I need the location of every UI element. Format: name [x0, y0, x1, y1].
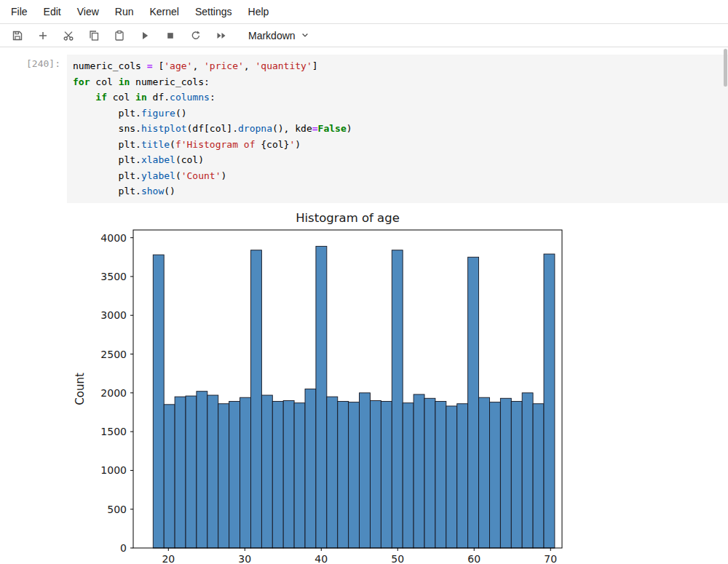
- svg-text:Count: Count: [74, 373, 87, 405]
- restart-run-all-button[interactable]: [210, 26, 232, 45]
- code-line: numeric_cols = ['age', 'price', 'quantit…: [73, 58, 722, 74]
- paste-icon: [114, 30, 125, 41]
- menubar: File Edit View Run Kernel Settings Help: [0, 0, 728, 24]
- cut-icon: [63, 30, 74, 41]
- menu-item-view[interactable]: View: [69, 6, 107, 17]
- svg-text:3500: 3500: [100, 270, 127, 282]
- code-line: sns.histplot(df[col].dropna(), kde=False…: [73, 121, 722, 137]
- notebook-toolbar: Markdown: [0, 24, 728, 47]
- scrollbar-track[interactable]: [723, 49, 728, 564]
- interrupt-kernel-button[interactable]: [159, 26, 181, 45]
- svg-text:50: 50: [391, 553, 404, 564]
- save-icon: [12, 30, 23, 41]
- svg-text:2000: 2000: [100, 386, 127, 398]
- copy-cells-button[interactable]: [83, 26, 104, 45]
- code-line: if col in df.columns:: [73, 90, 722, 106]
- menu-item-kernel[interactable]: Kernel: [141, 6, 186, 17]
- notebook-panel: [240]: numeric_cols = ['age', 'price', '…: [0, 47, 728, 564]
- scrollbar-thumb[interactable]: [724, 49, 727, 87]
- interrupt-kernel-icon: [165, 30, 176, 41]
- cut-cells-button[interactable]: [58, 26, 79, 45]
- restart-kernel-button[interactable]: [185, 26, 206, 45]
- svg-text:4000: 4000: [100, 231, 127, 243]
- insert-cell-icon: [37, 30, 49, 41]
- code-line: plt.show(): [73, 183, 722, 199]
- svg-text:3000: 3000: [100, 309, 127, 321]
- code-line: plt.title(f'Histogram of {col}'): [73, 137, 722, 153]
- cell-type-dropdown[interactable]: Markdown: [244, 28, 314, 44]
- code-editor[interactable]: numeric_cols = ['age', 'price', 'quantit…: [67, 55, 728, 203]
- execution-count: [240]:: [0, 55, 67, 203]
- cell-type-label: Markdown: [248, 30, 296, 41]
- menu-item-edit[interactable]: Edit: [36, 6, 69, 17]
- cell-output-area: 0500100015002000250030003500400020304050…: [0, 203, 728, 564]
- code-line: for col in numeric_cols:: [73, 74, 722, 90]
- histogram-figure: 0500100015002000250030003500400020304050…: [73, 208, 582, 564]
- restart-run-all-icon: [215, 30, 227, 41]
- run-icon: [139, 30, 151, 41]
- menu-item-settings[interactable]: Settings: [187, 6, 240, 17]
- svg-text:1000: 1000: [100, 464, 127, 476]
- code-line: plt.xlabel(col): [73, 152, 722, 168]
- svg-text:20: 20: [162, 553, 175, 564]
- svg-text:2500: 2500: [100, 348, 127, 360]
- svg-text:Histogram of age: Histogram of age: [296, 211, 400, 225]
- svg-text:30: 30: [238, 553, 251, 564]
- menu-item-run[interactable]: Run: [107, 6, 142, 17]
- chevron-down-icon: [301, 30, 309, 41]
- menu-item-help[interactable]: Help: [240, 6, 277, 17]
- svg-text:70: 70: [544, 553, 557, 564]
- svg-text:500: 500: [107, 503, 127, 515]
- code-line: plt.figure(): [73, 106, 722, 122]
- code-line: plt.ylabel('Count'): [73, 168, 722, 184]
- svg-text:60: 60: [467, 553, 480, 564]
- svg-text:40: 40: [314, 553, 328, 564]
- svg-text:0: 0: [120, 542, 127, 554]
- code-cell: [240]: numeric_cols = ['age', 'price', '…: [0, 55, 728, 203]
- save-button[interactable]: [7, 26, 28, 45]
- svg-text:1500: 1500: [100, 426, 127, 437]
- run-cell-button[interactable]: [134, 26, 155, 45]
- restart-kernel-icon: [190, 30, 202, 41]
- copy-icon: [88, 30, 100, 41]
- insert-cell-button[interactable]: [32, 26, 53, 45]
- paste-cells-button[interactable]: [108, 26, 130, 45]
- menu-item-file[interactable]: File: [3, 6, 36, 17]
